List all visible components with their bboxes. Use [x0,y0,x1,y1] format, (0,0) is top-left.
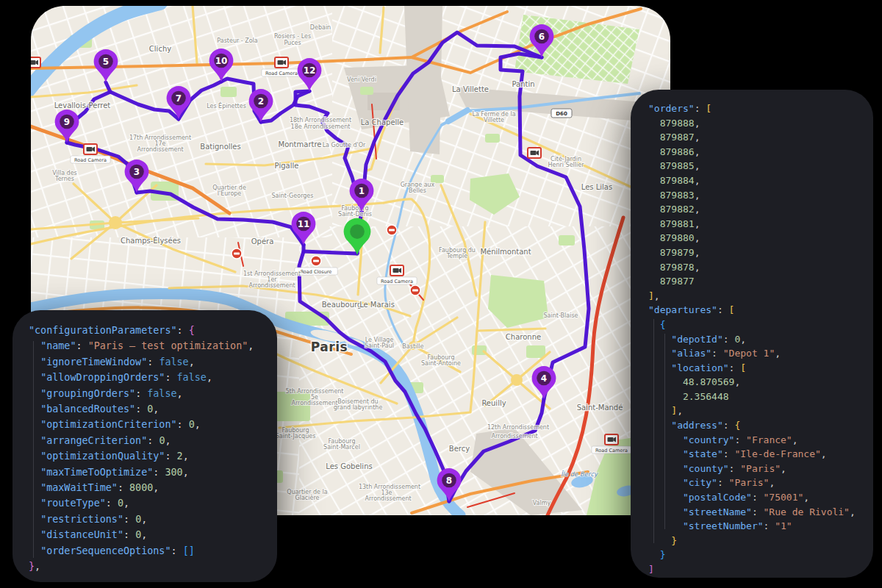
map-label: Ternes [54,176,74,182]
pin-number: 11 [298,219,310,229]
pin-number: 2 [258,96,264,107]
code-line: 879883, [648,188,873,203]
map-label: Pantin [512,80,534,88]
response-code-panel: "orders": [ 879888, 879887, 879886, 8798… [631,90,873,578]
map-label: La Chapelle [361,118,404,126]
code-line: "orders": [ [648,101,873,116]
svg-text:D60: D60 [556,111,567,117]
map-label: Veni Verdi [347,76,376,83]
code-line: "balancedRoutes": 0, [29,401,277,417]
icon-label: Road Camera [265,71,298,76]
map-label: Saint-Jacques [276,433,316,440]
code-line: 879885, [648,159,873,173]
road-camera-icon [31,57,40,68]
pin-number: 3 [134,167,140,177]
map-label: Saint-Antoine [421,360,461,367]
pin-number: 7 [176,93,182,104]
icon-label: Road Camera [595,448,628,453]
map-label: Henri Sellier [548,162,585,168]
map-label: Levallois-Perret [54,101,111,110]
map-label: Puces [284,40,301,46]
map-label: Bercy [449,445,470,453]
code-line: "location": [ [648,361,873,376]
code-line: "streetName": "Rue de Rivoli", [648,505,873,520]
indent-guide [653,319,654,543]
map-label: Montmartre [279,140,322,148]
map-label: Villette [484,117,504,123]
code-line: "country": "France", [648,433,873,448]
pin-number: 10 [215,56,228,66]
code-line: "state": "Ile-de-France", [648,447,873,462]
map-label: Saint-Mandé [577,404,623,412]
code-line: "restrictions": 0, [29,512,277,527]
map-label: Les Gobelins [326,462,372,470]
code-line: 879881, [648,217,873,232]
pin-number: 9 [64,117,70,127]
map-label: Saint-Paul [365,343,394,349]
code-line: 879877 [648,274,873,289]
icon-label: Road Camera [381,279,413,284]
pin-number: 8 [446,476,452,486]
code-line: "maxTimeToOptimize": 300, [29,465,277,480]
code-line: "ignoreTimeWindow": false, [29,354,277,370]
code-line: 879884, [648,173,873,188]
map-label: Les Lilas [581,183,612,191]
code-line: { [648,318,873,332]
map-label: Saint-Marcel [323,444,360,451]
map-label: Pasteur - Zola [217,37,258,44]
config-code-panel: "configurationParameters": { "name": "Pa… [12,310,277,582]
code-line: "distanceUnit": 0, [29,527,277,542]
map-label: Arrondissement [248,282,295,289]
map-label: Le Marais [359,301,395,309]
map-label: Clichy [149,45,171,53]
pin-number: 4 [541,373,547,384]
map-label: Arrondissement [491,433,537,440]
map-label: 12th Arrondissement [487,424,549,431]
code-line: 879878, [648,260,873,275]
map-label: Saint-Blaise [544,312,578,319]
code-line: "county": "Paris", [648,462,873,476]
map-label: Debain [310,24,331,31]
code-line: } [648,548,873,562]
map-label: Opéra [251,237,274,245]
road-closure-icon [232,248,242,259]
map-label: Bastille [402,343,423,350]
code-line: "groupingOrders": false, [29,386,277,401]
code-line: 879882, [648,202,873,217]
code-line: 879887, [648,130,873,145]
code-line: "maxWaitTime": 8000, [29,480,277,495]
code-line: "city": "Paris", [648,476,873,490]
code-line: }, [29,559,277,574]
map-label: grand labyrinthe [334,404,383,411]
code-line: "streetNumber": "1" [648,519,873,534]
map-label: 18th Arrondissement [290,117,351,123]
map-label: Pigalle [275,162,299,170]
code-line: "postalCode": "75001", [648,490,873,505]
code-line: } [648,534,873,548]
map-label: Saint-Denis [338,211,372,218]
code-line: "routeType": 0, [29,495,277,511]
code-line: "address": { [648,418,873,433]
code-line: 879880, [648,231,873,245]
map-label: Arrondissement [137,146,183,153]
code-line: "alias": "Depot 1", [648,346,873,361]
map-label: Glacière [295,494,320,501]
map-label: Beaubourg [322,301,362,309]
pin-number: 1 [359,186,365,196]
map-label: Reuilly [481,399,506,407]
code-line: "configurationParameters": { [29,323,277,338]
road-ref-badge: D60 [551,109,572,118]
map-label: Valmy [533,500,551,506]
map-label: Temple [446,253,468,259]
code-line: "optimizationCriterion": 0, [29,417,277,432]
map-label: Champs-Élysées [121,236,181,245]
code-line: "orderSequenceOptions": [] [29,543,277,559]
map-label: 18e Arrondissement [291,123,351,130]
road-closure-icon [387,225,397,235]
map-label: Arrondissement [365,495,411,502]
code-line: 48.870569, [648,375,873,390]
road-camera-icon [528,148,541,158]
icon-label: Road Closure [301,269,332,275]
map-label: Arrondissement [291,400,337,406]
map-label: l'Europe [218,190,242,197]
